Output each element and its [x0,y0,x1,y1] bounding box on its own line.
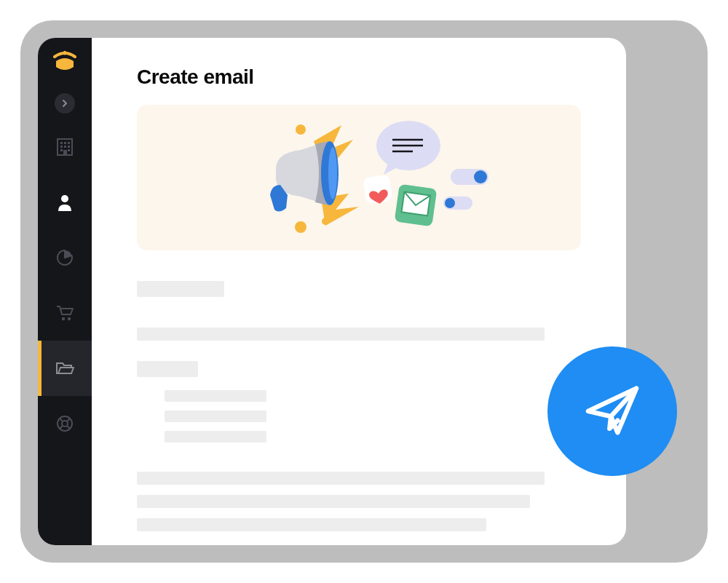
svg-line-18 [60,426,63,429]
svg-point-33 [474,170,487,183]
svg-rect-4 [68,142,70,144]
megaphone-announcement-illustration [206,112,512,243]
hero-illustration [137,105,581,250]
content-placeholder [137,361,198,377]
svg-point-35 [445,198,455,208]
lifebuoy-icon [56,415,74,432]
content-placeholder [165,411,266,422]
svg-rect-6 [64,146,66,148]
svg-rect-27 [402,192,431,216]
content-placeholder [137,495,530,508]
svg-point-20 [296,124,306,135]
sidebar-item-help[interactable] [38,396,92,451]
chevron-right-icon [55,93,75,114]
content-placeholder [137,472,545,485]
folder-open-icon [55,360,74,376]
svg-point-11 [61,195,68,202]
app-window-frame: Create email [20,20,708,563]
sidebar [38,38,92,545]
building-icon [56,138,74,156]
paper-plane-icon [579,376,646,446]
sidebar-item-expand[interactable] [38,87,92,119]
svg-point-12 [62,317,65,320]
svg-line-17 [67,419,70,421]
svg-rect-2 [60,142,63,144]
content-placeholder [137,281,224,297]
cart-icon [55,304,74,322]
svg-point-24 [328,147,337,199]
content-placeholder [137,518,486,531]
sidebar-item-contacts[interactable] [38,175,92,230]
app-window: Create email [38,38,626,545]
page-title: Create email [137,66,581,89]
svg-rect-5 [60,146,63,148]
content-placeholder [137,328,545,341]
sidebar-item-orders[interactable] [38,285,92,341]
chart-pie-icon [56,249,74,266]
svg-point-13 [68,317,71,320]
svg-point-21 [295,221,306,233]
svg-rect-3 [64,142,66,144]
svg-line-16 [60,419,63,421]
sidebar-item-reports[interactable] [38,230,92,285]
svg-rect-7 [68,146,70,148]
svg-rect-9 [68,149,70,151]
svg-rect-10 [63,150,67,155]
send-button[interactable] [547,346,677,476]
sidebar-nav [38,87,92,451]
svg-point-15 [62,421,68,427]
sidebar-item-campaigns[interactable] [38,341,92,396]
main-content: Create email [92,38,626,545]
content-placeholder [165,431,266,443]
content-placeholder [165,390,266,402]
svg-line-19 [67,426,70,429]
svg-rect-8 [60,149,63,151]
app-logo[interactable] [52,51,78,71]
user-icon [57,194,73,211]
sidebar-item-company[interactable] [38,119,92,175]
